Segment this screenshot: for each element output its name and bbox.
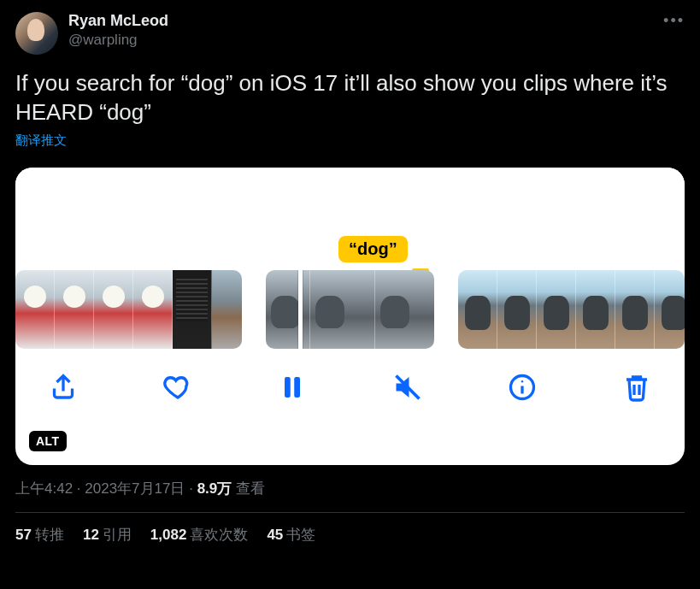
trash-icon[interactable] bbox=[621, 372, 652, 403]
more-options-button[interactable]: ••• bbox=[663, 12, 685, 30]
video-thumbnail bbox=[655, 270, 685, 349]
video-thumbnail bbox=[576, 270, 615, 349]
translate-link[interactable]: 翻译推文 bbox=[15, 133, 67, 149]
tweet-stats: 57转推 12引用 1,082喜欢次数 45书签 bbox=[15, 525, 685, 545]
bookmarks-stat[interactable]: 45书签 bbox=[267, 525, 315, 545]
media-attachment[interactable]: “dog” bbox=[15, 168, 685, 465]
clip-group-1[interactable] bbox=[15, 270, 242, 349]
media-top-area: “dog” bbox=[15, 168, 685, 270]
svg-rect-0 bbox=[285, 377, 291, 398]
video-thumbnail bbox=[497, 270, 537, 349]
video-thumbnail bbox=[266, 270, 310, 349]
video-thumbnail bbox=[615, 270, 655, 349]
author-handle: @warpling bbox=[68, 31, 168, 50]
video-thumbnail bbox=[458, 270, 497, 349]
tweet-container: ••• Ryan McLeod @warpling If you search … bbox=[0, 0, 700, 553]
video-thumbnail bbox=[55, 270, 94, 349]
search-highlight-tag: “dog” bbox=[338, 236, 408, 262]
video-thumbnail bbox=[173, 270, 212, 349]
tweet-text: If you search for “dog” on iOS 17 it’ll … bbox=[15, 68, 685, 127]
media-toolbar bbox=[15, 349, 685, 426]
author-display-name: Ryan McLeod bbox=[68, 12, 168, 31]
video-filmstrip[interactable] bbox=[15, 270, 685, 349]
video-thumbnail bbox=[375, 270, 433, 349]
clip-group-3[interactable] bbox=[458, 270, 685, 349]
video-thumbnail bbox=[310, 270, 375, 349]
video-thumbnail bbox=[133, 270, 173, 349]
view-label: 查看 bbox=[236, 480, 265, 497]
tweet-time[interactable]: 上午4:42 bbox=[15, 480, 73, 497]
heart-icon[interactable] bbox=[162, 372, 193, 403]
alt-badge[interactable]: ALT bbox=[29, 431, 67, 451]
share-icon[interactable] bbox=[48, 372, 79, 403]
video-thumbnail bbox=[537, 270, 576, 349]
playhead[interactable] bbox=[298, 270, 303, 349]
pause-icon[interactable] bbox=[277, 372, 308, 403]
likes-stat[interactable]: 1,082喜欢次数 bbox=[150, 525, 249, 545]
video-thumbnail bbox=[212, 270, 242, 349]
tweet-header: Ryan McLeod @warpling bbox=[15, 12, 685, 55]
retweets-stat[interactable]: 57转推 bbox=[15, 525, 64, 545]
mute-icon[interactable] bbox=[392, 372, 423, 403]
clip-group-2[interactable] bbox=[266, 270, 433, 349]
video-thumbnail bbox=[15, 270, 55, 349]
avatar[interactable] bbox=[15, 12, 58, 55]
svg-point-5 bbox=[521, 380, 523, 382]
video-thumbnail bbox=[94, 270, 133, 349]
info-icon[interactable] bbox=[507, 372, 538, 403]
author-block[interactable]: Ryan McLeod @warpling bbox=[68, 12, 168, 50]
divider bbox=[15, 512, 685, 513]
view-count: 8.9万 bbox=[197, 480, 232, 497]
tweet-meta: 上午4:42 · 2023年7月17日 · 8.9万 查看 bbox=[15, 479, 685, 498]
quotes-stat[interactable]: 12引用 bbox=[83, 525, 132, 545]
tweet-date[interactable]: 2023年7月17日 bbox=[85, 480, 185, 497]
svg-rect-1 bbox=[295, 377, 301, 398]
